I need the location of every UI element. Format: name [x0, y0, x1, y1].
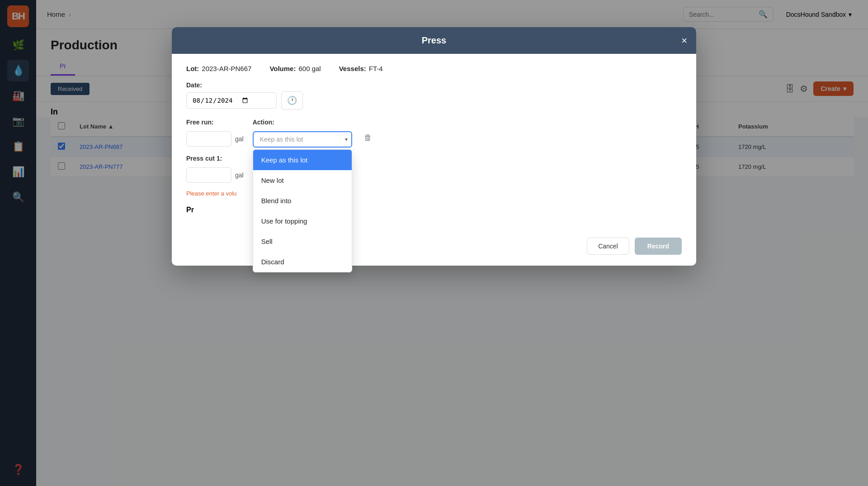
fields-row-1: Free run: gal Action: Keep as this lot ▾	[186, 119, 682, 148]
action-select[interactable]: Keep as this lot ▾	[253, 131, 352, 148]
action-placeholder: Keep as this lot	[260, 136, 303, 143]
modal-body: Lot: 2023-AR-PN667 Volume: 600 gal Vesse…	[172, 54, 696, 230]
action-dropdown: Keep as this lot New lot Blend into Use …	[253, 149, 352, 272]
free-run-label: Free run:	[186, 119, 244, 126]
date-field[interactable]	[192, 96, 249, 105]
free-run-unit: gal	[235, 135, 244, 143]
record-button[interactable]: Record	[635, 238, 682, 255]
modal-footer: Cancel Record	[172, 230, 696, 266]
free-run-input[interactable]	[186, 131, 231, 147]
press-cut-group: Press cut 1: gal	[186, 155, 244, 183]
time-button[interactable]: 🕐	[281, 91, 303, 110]
press-cut-input[interactable]	[186, 167, 231, 183]
free-run-group: Free run: gal	[186, 119, 244, 147]
dropdown-item-new-lot[interactable]: New lot	[253, 170, 352, 191]
chevron-down-icon: ▾	[345, 136, 348, 143]
volume-value: 600 gal	[298, 65, 321, 72]
date-label: Date:	[186, 81, 682, 89]
press-cut-field-unit: gal	[186, 167, 244, 183]
dropdown-item-discard[interactable]: Discard	[253, 252, 352, 272]
modal-info-row: Lot: 2023-AR-PN667 Volume: 600 gal Vesse…	[186, 65, 682, 72]
modal-close-button[interactable]: ×	[681, 36, 687, 46]
dropdown-item-keep-as-lot[interactable]: Keep as this lot	[253, 150, 352, 170]
press-modal: Press × Lot: 2023-AR-PN667 Volume: 600 g…	[172, 27, 696, 266]
volume-info: Volume: 600 gal	[269, 65, 321, 72]
lot-info: Lot: 2023-AR-PN667	[186, 65, 251, 72]
action-select-wrapper: Keep as this lot ▾ Keep as this lot New …	[253, 131, 352, 148]
app-container: BH 🌿 💧 🏭 📷 📋 📊 🔍 ❓ Home › 🔍 DocsHound Sa…	[0, 0, 868, 486]
free-run-field-unit: gal	[186, 131, 244, 147]
lot-label: Lot:	[186, 65, 199, 72]
vessels-info: Vessels: FT-4	[339, 65, 383, 72]
delete-action-button[interactable]: 🗑	[361, 130, 375, 145]
modal-overlay: Press × Lot: 2023-AR-PN667 Volume: 600 g…	[0, 0, 868, 486]
modal-header: Press ×	[172, 27, 696, 54]
press-cut-label: Press cut 1:	[186, 155, 244, 162]
vessels-value: FT-4	[369, 65, 383, 72]
date-input-wrapper	[186, 92, 277, 109]
dropdown-item-sell[interactable]: Sell	[253, 231, 352, 252]
vessels-label: Vessels:	[339, 65, 366, 72]
cancel-button[interactable]: Cancel	[587, 238, 629, 255]
volume-label: Volume:	[269, 65, 296, 72]
modal-title: Press	[422, 35, 447, 46]
dropdown-item-blend-into[interactable]: Blend into	[253, 191, 352, 211]
action-group: Action: Keep as this lot ▾ Keep as this …	[253, 119, 352, 148]
press-cut-unit: gal	[235, 172, 244, 179]
action-label: Action:	[253, 119, 352, 126]
lot-value: 2023-AR-PN667	[202, 65, 251, 72]
date-row: 🕐	[186, 91, 682, 110]
dropdown-item-use-for-topping[interactable]: Use for topping	[253, 211, 352, 231]
